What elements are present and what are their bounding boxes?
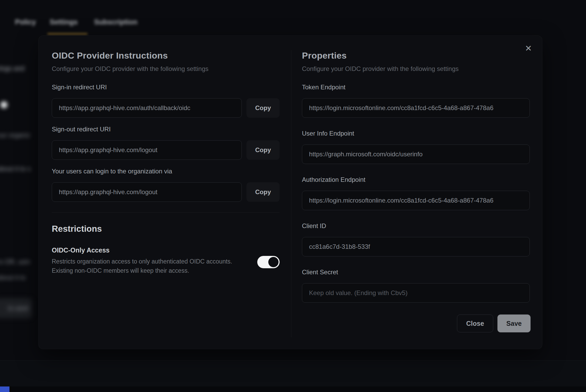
bottom-band <box>0 360 586 386</box>
close-icon[interactable]: ✕ <box>522 42 535 55</box>
bg-bullet-dot <box>1 101 7 108</box>
copy-login-uri-button[interactable]: Copy <box>246 182 280 202</box>
tab-settings[interactable]: Settings <box>50 16 78 28</box>
close-button[interactable]: Close <box>457 314 493 332</box>
restrictions-divider <box>52 212 280 213</box>
save-button[interactable]: Save <box>497 314 531 332</box>
column-divider <box>291 50 291 337</box>
user-info-endpoint-label: User Info Endpoint <box>302 130 354 137</box>
token-endpoint-label: Token Endpoint <box>302 84 345 91</box>
bg-text-fragment: our organiz <box>0 131 30 139</box>
right-section-title: Properties <box>302 50 347 61</box>
organization-login-uri-input[interactable] <box>52 182 242 202</box>
bottom-corner-accent <box>0 386 9 392</box>
page-background: Policy Settings Subscription tings and o… <box>0 0 586 392</box>
oidc-settings-dialog: ✕ OIDC Provider Instructions Configure y… <box>38 35 542 349</box>
left-section-title: OIDC Provider Instructions <box>52 50 168 61</box>
sign-out-redirect-uri-input[interactable] <box>52 140 242 160</box>
tab-subscription[interactable]: Subscription <box>94 16 137 28</box>
bg-text-fragment: about it to <box>0 274 26 281</box>
client-id-input[interactable] <box>302 237 530 256</box>
sign-in-redirect-uri-label: Sign-in redirect URI <box>52 84 107 91</box>
oidc-only-access-description: Restricts organization access to only au… <box>52 258 232 265</box>
copy-sign-out-uri-button[interactable]: Copy <box>246 140 280 160</box>
tab-policy[interactable]: Policy <box>15 16 36 28</box>
bg-text-fragment: rs OR, usin <box>0 258 30 266</box>
token-endpoint-input[interactable] <box>302 98 530 118</box>
organization-login-uri-label: Your users can login to the organization… <box>52 168 172 175</box>
client-id-label: Client ID <box>302 222 326 230</box>
bottom-strip <box>0 386 586 392</box>
toggle-knob <box>268 257 279 267</box>
sign-out-redirect-uri-label: Sign-out redirect URI <box>52 126 111 133</box>
user-info-endpoint-input[interactable] <box>302 145 530 164</box>
active-tab-underline <box>47 33 88 35</box>
authorization-endpoint-label: Authorization Endpoint <box>302 176 366 183</box>
bg-text-fragment: about it to s <box>0 165 31 173</box>
oidc-only-access-description: Existing non-OIDC members will keep thei… <box>52 267 189 274</box>
right-section-subtitle: Configure your OIDC provider with the fo… <box>302 65 459 73</box>
sign-in-redirect-uri-input[interactable] <box>52 98 242 118</box>
copy-sign-in-uri-button[interactable]: Copy <box>246 98 280 118</box>
client-secret-input[interactable] <box>302 283 530 303</box>
bg-blurred-button: ts used <box>0 298 32 318</box>
oidc-only-access-toggle[interactable] <box>257 256 280 268</box>
oidc-only-access-label: OIDC-Only Access <box>52 246 110 254</box>
client-secret-label: Client Secret <box>302 269 338 276</box>
bg-text-fragment: tings and <box>0 65 24 72</box>
authorization-endpoint-input[interactable] <box>302 191 530 210</box>
left-section-subtitle: Configure your OIDC provider with the fo… <box>52 65 208 73</box>
restrictions-heading: Restrictions <box>52 224 102 234</box>
